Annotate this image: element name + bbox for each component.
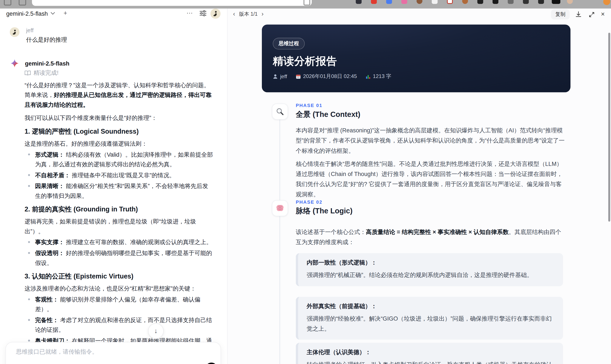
profile-avatar[interactable] <box>567 0 573 4</box>
download-icon <box>575 11 581 18</box>
phase1-paragraph: 核心情境在于解决“思考的随意性”问题。不论是人类通过批判性思维进行决策，还是大语… <box>296 159 565 200</box>
voice-input-button[interactable] <box>205 363 217 364</box>
phase2-intro: 该论述基于一个核心公式：高质量结论 = 结构完整性 × 事实准确性 × 认知自律… <box>296 227 565 247</box>
extension-icon[interactable] <box>356 0 362 4</box>
report-title: 精读分析报告 <box>273 54 337 68</box>
extension-icon[interactable] <box>447 0 453 4</box>
prev-version-button[interactable]: ‹ <box>232 10 237 18</box>
list-item: 事实支撑： 推理建立在可靠的数据、准确的观测或公认的真理之上。 <box>25 237 213 247</box>
list-item: 形式逻辑： 结构必须有效（Valid）。比如演绎推理中，如果前提全部为真，那么通… <box>25 150 213 169</box>
report-author: jeff <box>273 74 287 79</box>
expand-button[interactable] <box>587 10 596 19</box>
gemini-logo-icon <box>10 59 19 68</box>
section-heading: 3. 认知的公正性 (Epistemic Virtues) <box>25 272 213 281</box>
next-version-button[interactable]: › <box>260 10 265 18</box>
card-body: 转向推理者的心理特征。引入奥卡姆剃刀和反向论证，旨在克服人类（或机器）天然存在的… <box>306 360 555 364</box>
section-intro: 这涉及推理者的心态和方法论，也是区分“杠精”和“思想家”的关键： <box>25 284 213 293</box>
message-composer: + <box>5 342 221 364</box>
report-badge: 思维过程 <box>273 38 305 49</box>
report-meta: jeff 2026年01月08日 02:45 1213 字 <box>273 73 391 80</box>
close-button[interactable]: × <box>600 11 605 18</box>
phase2-label: PHASE 02 <box>296 199 322 205</box>
person-icon <box>273 74 278 79</box>
section-intro: 这是推理的基石。好的推理必须遵循逻辑法则： <box>25 139 213 148</box>
scrollbar-thumb[interactable] <box>608 33 610 221</box>
list-item: 不自相矛盾： 推理链条中不能出现“既是又非”的情况。 <box>25 170 213 180</box>
book-icon <box>25 70 31 76</box>
settings-sliders-icon[interactable] <box>199 10 207 18</box>
card-body: 强调推理的“机械正确”。结论必须在给定的规则系统内逻辑自洽，这是推理的硬件基础。 <box>306 270 555 280</box>
version-label: 版本 1/1 <box>239 11 258 18</box>
section-intro: 逻辑再完美，如果前提是错误的，推理也是垃圾（即“垃圾进，垃圾出”）。 <box>25 217 213 236</box>
list-item: 假设透明： 好的推理会明确指明哪些是已知事实，哪些是基于可能的假设。 <box>25 248 213 268</box>
extension-icon[interactable] <box>508 0 514 4</box>
app-window: gemini-2.5-flash + … <box>0 9 611 364</box>
extension-icon[interactable] <box>371 0 377 4</box>
user-avatar[interactable] <box>211 9 221 19</box>
brain-icon <box>276 205 284 212</box>
assistant-message: gemini-2.5-flash 精读完成! “什么是好的推理？”这是一个涉及逻… <box>10 58 214 364</box>
report-date: 2026年01月08日 02:45 <box>296 73 357 80</box>
extension-icon[interactable] <box>538 0 544 4</box>
user-message-text: 什么是好的推理 <box>26 36 67 44</box>
preview-actions: 复制 × <box>551 10 606 20</box>
logic-card: 内部一致性（形式逻辑）： 强调推理的“机械正确”。结论必须在给定的规则系统内逻辑… <box>296 253 563 286</box>
arrow-down-icon: ↓ <box>154 327 157 335</box>
download-button[interactable] <box>574 10 583 19</box>
extension-icon[interactable] <box>432 0 438 4</box>
phase-timeline <box>279 106 280 364</box>
card-title: 内部一致性（形式逻辑）： <box>306 259 555 266</box>
more-options-button[interactable]: … <box>186 9 193 16</box>
card-body: 强调推理的“经验校准”。解决“GIGO（垃圾进，垃圾出）”问题，确保推理引擎运行… <box>306 313 555 333</box>
section-heading: 2. 前提的真实性 (Grounding in Truth) <box>25 205 213 214</box>
clipboard-icon[interactable] <box>304 0 310 5</box>
phase2-icon-box <box>272 200 288 216</box>
extension-icon[interactable] <box>386 0 392 4</box>
avatar-image <box>211 9 221 19</box>
extension-icon[interactable] <box>492 0 498 4</box>
extension-icon[interactable] <box>401 0 407 4</box>
chat-panel: gemini-2.5-flash + … <box>0 9 227 364</box>
extension-icon[interactable] <box>462 0 468 4</box>
logic-card: 主体伦理（认识美德）： 转向推理者的心理特征。引入奥卡姆剃刀和反向论证，旨在克服… <box>296 343 563 364</box>
extension-icon[interactable] <box>523 0 529 4</box>
message-input[interactable] <box>15 348 204 355</box>
chat-header: gemini-2.5-flash + … <box>0 9 227 20</box>
browser-back-icon[interactable] <box>4 0 11 5</box>
card-title: 外部真实性（前提基础）： <box>306 302 555 310</box>
extension-icon[interactable] <box>477 0 483 4</box>
screen: gemini-2.5-flash + … <box>0 0 611 364</box>
list-item: 完备性： 考虑了对立的观点和潜在的反证，而不是只选择支持自己结论的证据。 <box>25 315 213 335</box>
extension-icon[interactable] <box>417 0 423 4</box>
user-avatar-small <box>10 27 19 37</box>
report-hero-card: 思维过程 精读分析报告 jeff 2026年01月08日 02:45 1213 … <box>262 25 571 92</box>
section-heading: 1. 逻辑的严密性 (Logical Soundness) <box>25 127 213 136</box>
bar-chart-icon <box>365 74 371 79</box>
browser-toolbar <box>0 0 611 9</box>
model-selector[interactable]: gemini-2.5-flash <box>6 10 55 17</box>
extension-icon[interactable] <box>552 0 560 4</box>
extension-icon[interactable] <box>603 0 610 5</box>
phase1-label: PHASE 01 <box>296 103 322 108</box>
model-name: gemini-2.5-flash <box>6 10 48 17</box>
assistant-status: 精读完成! <box>25 69 213 77</box>
expand-icon <box>589 11 595 17</box>
user-name: jeff <box>26 27 67 34</box>
logic-card: 外部真实性（前提基础）： 强调推理的“经验校准”。解决“GIGO（垃圾进，垃圾出… <box>296 297 563 339</box>
calendar-icon <box>296 74 301 79</box>
card-title: 主体伦理（认识美德）： <box>306 349 555 356</box>
browser-tab[interactable] <box>32 0 312 6</box>
list-item: 客观性： 能够识别并尽量排除个人偏见（如幸存者偏差、确认偏差）。 <box>25 294 213 314</box>
phase2-title: 脉络 (The Logic) <box>296 206 353 216</box>
phase1-title: 全景 (The Context) <box>296 109 360 119</box>
list-item: 因果清晰： 能准确区分“相关性”和“因果关系”，不会轻率地将先后发生的事情归为因… <box>25 181 213 201</box>
chevron-down-icon <box>51 12 55 15</box>
new-chat-button[interactable]: + <box>63 10 67 17</box>
search-icon <box>276 107 284 116</box>
copy-button[interactable]: 复制 <box>551 10 570 20</box>
scroll-to-bottom-button[interactable]: ↓ <box>148 323 164 339</box>
report-word-count: 1213 字 <box>365 73 391 80</box>
assistant-name: gemini-2.5-flash <box>25 60 69 66</box>
user-message: jeff 什么是好的推理 <box>10 27 67 44</box>
browser-reload-icon[interactable] <box>19 0 26 5</box>
